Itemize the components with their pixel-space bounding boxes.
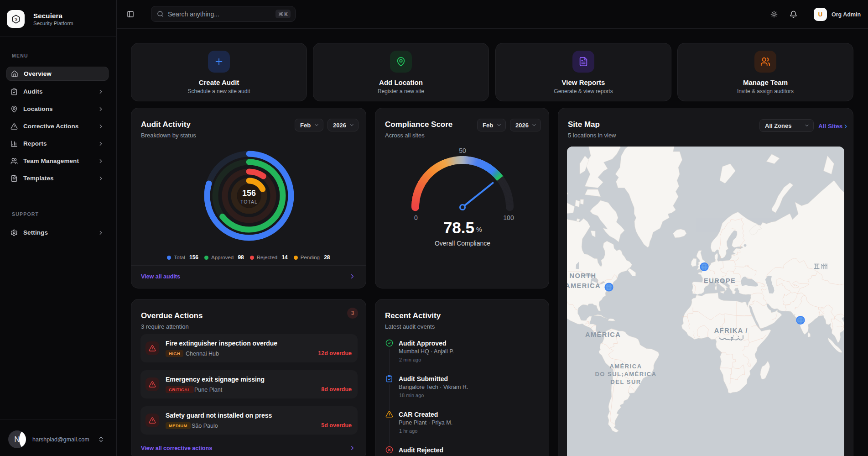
svg-text:100: 100 [503,214,514,221]
svg-text:156: 156 [242,189,256,198]
svg-text:50: 50 [459,147,466,154]
svg-text:78.5: 78.5 [443,219,474,236]
svg-text:TOTAL: TOTAL [240,199,258,204]
svg-text:Overall Compliance: Overall Compliance [435,240,490,247]
svg-text:0: 0 [414,214,418,221]
svg-text:S: S [14,17,17,21]
svg-text:%: % [476,226,482,233]
